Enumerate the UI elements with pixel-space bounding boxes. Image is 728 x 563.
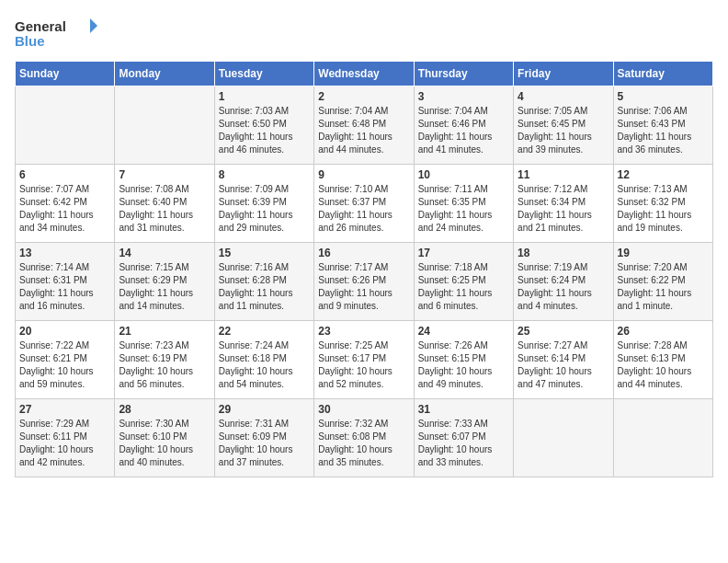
calendar-cell: 10Sunrise: 7:11 AMSunset: 6:35 PMDayligh… xyxy=(414,165,513,243)
date-number: 27 xyxy=(19,403,110,416)
calendar-cell: 8Sunrise: 7:09 AMSunset: 6:39 PMDaylight… xyxy=(214,165,313,243)
date-number: 25 xyxy=(518,325,609,338)
cell-info: Sunrise: 7:04 AMSunset: 6:46 PMDaylight:… xyxy=(418,105,509,156)
calendar-cell: 9Sunrise: 7:10 AMSunset: 6:37 PMDaylight… xyxy=(314,165,414,243)
cell-info: Sunrise: 7:17 AMSunset: 6:26 PMDaylight:… xyxy=(318,261,409,313)
cell-info: Sunrise: 7:13 AMSunset: 6:32 PMDaylight:… xyxy=(618,183,709,235)
cell-info: Sunrise: 7:26 AMSunset: 6:15 PMDaylight:… xyxy=(418,339,509,391)
svg-marker-2 xyxy=(90,18,97,33)
cell-info: Sunrise: 7:33 AMSunset: 6:07 PMDaylight:… xyxy=(418,418,509,469)
date-number: 15 xyxy=(219,247,310,259)
date-number: 1 xyxy=(219,90,310,103)
cell-info: Sunrise: 7:24 AMSunset: 6:18 PMDaylight:… xyxy=(219,339,310,391)
date-number: 21 xyxy=(119,325,210,338)
date-number: 14 xyxy=(119,247,210,259)
date-number: 9 xyxy=(318,168,409,181)
calendar-cell xyxy=(16,86,115,165)
cell-info: Sunrise: 7:03 AMSunset: 6:50 PMDaylight:… xyxy=(219,105,310,156)
logo-svg: General Blue xyxy=(15,15,97,53)
date-number: 12 xyxy=(618,168,709,181)
cell-info: Sunrise: 7:14 AMSunset: 6:31 PMDaylight:… xyxy=(19,261,110,313)
cell-info: Sunrise: 7:07 AMSunset: 6:42 PMDaylight:… xyxy=(19,183,110,235)
calendar-cell: 23Sunrise: 7:25 AMSunset: 6:17 PMDayligh… xyxy=(314,321,414,399)
date-number: 24 xyxy=(418,325,509,338)
date-number: 11 xyxy=(518,168,609,181)
cell-info: Sunrise: 7:31 AMSunset: 6:09 PMDaylight:… xyxy=(219,418,310,469)
date-number: 29 xyxy=(219,403,310,416)
cell-info: Sunrise: 7:04 AMSunset: 6:48 PMDaylight:… xyxy=(318,105,409,156)
date-number: 3 xyxy=(418,90,509,103)
svg-text:General: General xyxy=(15,18,66,34)
calendar-cell xyxy=(613,399,712,477)
calendar-cell: 1Sunrise: 7:03 AMSunset: 6:50 PMDaylight… xyxy=(214,86,313,165)
weekday-header-saturday: Saturday xyxy=(613,62,712,86)
calendar-body: 1Sunrise: 7:03 AMSunset: 6:50 PMDaylight… xyxy=(16,86,713,477)
cell-info: Sunrise: 7:11 AMSunset: 6:35 PMDaylight:… xyxy=(418,183,509,235)
date-number: 17 xyxy=(418,247,509,259)
cell-info: Sunrise: 7:09 AMSunset: 6:39 PMDaylight:… xyxy=(219,183,310,235)
date-number: 5 xyxy=(618,90,709,103)
weekday-header-monday: Monday xyxy=(115,62,214,86)
cell-info: Sunrise: 7:27 AMSunset: 6:14 PMDaylight:… xyxy=(518,339,609,391)
date-number: 6 xyxy=(19,168,110,181)
calendar-cell: 4Sunrise: 7:05 AMSunset: 6:45 PMDaylight… xyxy=(514,86,613,165)
cell-info: Sunrise: 7:25 AMSunset: 6:17 PMDaylight:… xyxy=(318,339,409,391)
date-number: 23 xyxy=(318,325,409,338)
cell-info: Sunrise: 7:20 AMSunset: 6:22 PMDaylight:… xyxy=(618,261,709,313)
calendar-cell: 19Sunrise: 7:20 AMSunset: 6:22 PMDayligh… xyxy=(613,243,712,321)
calendar-cell: 7Sunrise: 7:08 AMSunset: 6:40 PMDaylight… xyxy=(115,165,214,243)
date-number: 18 xyxy=(518,247,609,259)
calendar-cell: 14Sunrise: 7:15 AMSunset: 6:29 PMDayligh… xyxy=(115,243,214,321)
date-number: 4 xyxy=(518,90,609,103)
cell-info: Sunrise: 7:28 AMSunset: 6:13 PMDaylight:… xyxy=(618,339,709,391)
calendar-week-3: 13Sunrise: 7:14 AMSunset: 6:31 PMDayligh… xyxy=(16,243,713,321)
date-number: 8 xyxy=(219,168,310,181)
date-number: 16 xyxy=(318,247,409,259)
cell-info: Sunrise: 7:22 AMSunset: 6:21 PMDaylight:… xyxy=(19,339,110,391)
date-number: 13 xyxy=(19,247,110,259)
calendar-week-2: 6Sunrise: 7:07 AMSunset: 6:42 PMDaylight… xyxy=(16,165,713,243)
calendar-cell: 13Sunrise: 7:14 AMSunset: 6:31 PMDayligh… xyxy=(16,243,115,321)
calendar-cell: 16Sunrise: 7:17 AMSunset: 6:26 PMDayligh… xyxy=(314,243,414,321)
date-number: 2 xyxy=(318,90,409,103)
calendar-cell: 3Sunrise: 7:04 AMSunset: 6:46 PMDaylight… xyxy=(414,86,513,165)
calendar-cell: 24Sunrise: 7:26 AMSunset: 6:15 PMDayligh… xyxy=(414,321,513,399)
calendar-cell xyxy=(115,86,214,165)
logo: General Blue xyxy=(15,15,97,53)
date-number: 31 xyxy=(418,403,509,416)
weekday-header-friday: Friday xyxy=(514,62,613,86)
calendar-week-4: 20Sunrise: 7:22 AMSunset: 6:21 PMDayligh… xyxy=(16,321,713,399)
date-number: 26 xyxy=(618,325,709,338)
cell-info: Sunrise: 7:32 AMSunset: 6:08 PMDaylight:… xyxy=(318,418,409,469)
calendar-cell: 26Sunrise: 7:28 AMSunset: 6:13 PMDayligh… xyxy=(613,321,712,399)
calendar-cell: 28Sunrise: 7:30 AMSunset: 6:10 PMDayligh… xyxy=(115,399,214,477)
cell-info: Sunrise: 7:18 AMSunset: 6:25 PMDaylight:… xyxy=(418,261,509,313)
calendar-cell: 12Sunrise: 7:13 AMSunset: 6:32 PMDayligh… xyxy=(613,165,712,243)
cell-info: Sunrise: 7:08 AMSunset: 6:40 PMDaylight:… xyxy=(119,183,210,235)
calendar-table: SundayMondayTuesdayWednesdayThursdayFrid… xyxy=(15,61,713,477)
calendar-cell: 18Sunrise: 7:19 AMSunset: 6:24 PMDayligh… xyxy=(514,243,613,321)
calendar-cell: 25Sunrise: 7:27 AMSunset: 6:14 PMDayligh… xyxy=(514,321,613,399)
cell-info: Sunrise: 7:12 AMSunset: 6:34 PMDaylight:… xyxy=(518,183,609,235)
calendar-cell: 15Sunrise: 7:16 AMSunset: 6:28 PMDayligh… xyxy=(214,243,313,321)
calendar-cell: 29Sunrise: 7:31 AMSunset: 6:09 PMDayligh… xyxy=(214,399,313,477)
calendar-cell: 27Sunrise: 7:29 AMSunset: 6:11 PMDayligh… xyxy=(16,399,115,477)
calendar-cell: 21Sunrise: 7:23 AMSunset: 6:19 PMDayligh… xyxy=(115,321,214,399)
calendar-cell: 17Sunrise: 7:18 AMSunset: 6:25 PMDayligh… xyxy=(414,243,513,321)
calendar-week-5: 27Sunrise: 7:29 AMSunset: 6:11 PMDayligh… xyxy=(16,399,713,477)
cell-info: Sunrise: 7:29 AMSunset: 6:11 PMDaylight:… xyxy=(19,418,110,469)
calendar-cell: 2Sunrise: 7:04 AMSunset: 6:48 PMDaylight… xyxy=(314,86,414,165)
cell-info: Sunrise: 7:19 AMSunset: 6:24 PMDaylight:… xyxy=(518,261,609,313)
cell-info: Sunrise: 7:30 AMSunset: 6:10 PMDaylight:… xyxy=(119,418,210,469)
calendar-cell: 22Sunrise: 7:24 AMSunset: 6:18 PMDayligh… xyxy=(214,321,313,399)
weekday-header-sunday: Sunday xyxy=(16,62,115,86)
calendar-cell: 11Sunrise: 7:12 AMSunset: 6:34 PMDayligh… xyxy=(514,165,613,243)
calendar-cell: 6Sunrise: 7:07 AMSunset: 6:42 PMDaylight… xyxy=(16,165,115,243)
page-header: General Blue xyxy=(15,15,713,53)
date-number: 28 xyxy=(119,403,210,416)
cell-info: Sunrise: 7:06 AMSunset: 6:43 PMDaylight:… xyxy=(618,105,709,156)
weekday-header-tuesday: Tuesday xyxy=(214,62,313,86)
calendar-week-1: 1Sunrise: 7:03 AMSunset: 6:50 PMDaylight… xyxy=(16,86,713,165)
calendar-cell: 30Sunrise: 7:32 AMSunset: 6:08 PMDayligh… xyxy=(314,399,414,477)
date-number: 20 xyxy=(19,325,110,338)
